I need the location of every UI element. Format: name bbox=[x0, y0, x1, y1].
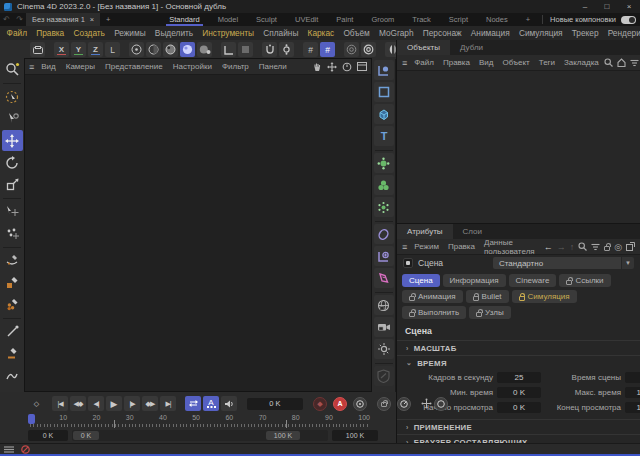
no-errors-icon[interactable] bbox=[21, 445, 30, 454]
record-lock-button[interactable] bbox=[377, 397, 391, 411]
maximize-button[interactable]: □ bbox=[596, 0, 618, 13]
loop-playback-icon[interactable] bbox=[185, 396, 201, 411]
viewport-menu-options[interactable]: Настройки bbox=[168, 62, 217, 71]
points-move-icon[interactable] bbox=[2, 223, 23, 244]
min-time-field[interactable]: 0 K bbox=[497, 387, 541, 398]
objects-menu-tags[interactable]: Теги bbox=[535, 58, 559, 67]
menu-mograph[interactable]: MoGraph bbox=[374, 28, 418, 38]
mode-tab-cineware[interactable]: Cineware bbox=[509, 274, 557, 287]
layout-tab-track[interactable]: Track bbox=[403, 13, 439, 26]
preview-start-field[interactable]: 0 K bbox=[497, 402, 541, 413]
menu-tracker[interactable]: Трекер bbox=[567, 28, 603, 38]
position-record-icon[interactable] bbox=[421, 398, 432, 409]
section-scale[interactable]: › МАСШТАБ bbox=[397, 340, 640, 355]
commander-search-icon[interactable] bbox=[2, 59, 23, 80]
preset-value[interactable]: Стандартно bbox=[493, 257, 621, 269]
sound-icon[interactable] bbox=[221, 396, 237, 411]
layout-tab-groom[interactable]: Groom bbox=[362, 13, 403, 26]
layout-tab-paint[interactable]: Paint bbox=[327, 13, 362, 26]
timeline-ruler[interactable]: 0 10 20 30 40 50 60 70 80 90 100 bbox=[28, 414, 372, 426]
workplane-icon[interactable] bbox=[221, 42, 236, 57]
objects-menu-view[interactable]: Вид bbox=[475, 58, 497, 67]
axis-y-button[interactable]: Y bbox=[71, 42, 86, 57]
render-view-icon[interactable] bbox=[30, 42, 45, 57]
redo-icon[interactable]: ↷ bbox=[13, 13, 26, 26]
max-time-field[interactable]: 100 K bbox=[625, 387, 640, 398]
next-key-button[interactable]: ◆▶ bbox=[142, 396, 158, 411]
objects-menu-object[interactable]: Объект bbox=[498, 58, 533, 67]
metaball-icon[interactable] bbox=[374, 175, 394, 195]
tab-objects[interactable]: Объекты bbox=[397, 40, 450, 55]
attributes-menu-edit[interactable]: Правка bbox=[444, 242, 479, 251]
loop-selection-icon[interactable] bbox=[146, 42, 161, 57]
record-target-icon[interactable] bbox=[361, 42, 376, 57]
bend-deformer-icon[interactable] bbox=[374, 268, 394, 288]
attributes-search-icon[interactable] bbox=[578, 242, 587, 251]
menu-edit[interactable]: Правка bbox=[32, 28, 69, 38]
mode-tab-execute[interactable]: Выполнить bbox=[402, 306, 466, 319]
section-time[interactable]: ⌄ ВРЕМЯ bbox=[397, 355, 640, 370]
scale-record-icon[interactable] bbox=[434, 397, 448, 411]
attributes-menu-mode[interactable]: Режим bbox=[410, 242, 443, 251]
go-to-end-button[interactable]: ▶| bbox=[160, 396, 176, 411]
menu-create[interactable]: Создать bbox=[69, 28, 110, 38]
current-frame-field[interactable]: 0 K bbox=[247, 398, 303, 410]
scale-tool-icon[interactable] bbox=[2, 174, 23, 195]
range-start-handle[interactable]: 0 K bbox=[73, 431, 99, 440]
undo-icon[interactable]: ↶ bbox=[0, 13, 13, 26]
scene-time-field[interactable]: 0 K bbox=[625, 372, 640, 383]
range-end-handle[interactable]: 100 K bbox=[266, 431, 300, 440]
play-mode-button[interactable]: A bbox=[203, 396, 219, 411]
camera-object-icon[interactable] bbox=[374, 317, 394, 337]
pen-underline-icon[interactable] bbox=[2, 343, 23, 364]
subdivision-surface-icon[interactable] bbox=[374, 153, 394, 173]
document-tab-close-icon[interactable]: × bbox=[90, 15, 94, 24]
quantize-icon[interactable] bbox=[262, 42, 277, 57]
status-hamburger-icon[interactable] bbox=[4, 446, 14, 453]
light-object-icon[interactable] bbox=[374, 339, 394, 359]
coordinate-system-icon[interactable]: L bbox=[105, 42, 120, 57]
menu-tools[interactable]: Инструменты bbox=[198, 28, 259, 38]
layout-tab-model[interactable]: Model bbox=[209, 13, 247, 26]
move-view-icon[interactable] bbox=[327, 62, 337, 72]
layout-tab-uvedit[interactable]: UVEdit bbox=[286, 13, 327, 26]
cloner-icon[interactable] bbox=[374, 197, 394, 217]
record-filter-button[interactable] bbox=[397, 397, 411, 411]
viewport-menu-cameras[interactable]: Камеры bbox=[61, 62, 100, 71]
range-max-field[interactable]: 100 K bbox=[332, 430, 378, 441]
close-button[interactable]: × bbox=[618, 0, 640, 13]
track-target-icon[interactable]: ◎ bbox=[614, 242, 622, 252]
menu-render[interactable]: Рендеринг bbox=[603, 28, 640, 38]
viewport-menu-display[interactable]: Представление bbox=[100, 62, 168, 71]
fill-brush-icon[interactable] bbox=[2, 272, 23, 293]
menu-simulate[interactable]: Симуляция bbox=[514, 28, 567, 38]
plane-lock-icon[interactable] bbox=[238, 42, 253, 57]
axis-x-button[interactable]: X bbox=[54, 42, 69, 57]
previous-frame-button[interactable]: ◀| bbox=[88, 396, 104, 411]
selection-move-icon[interactable] bbox=[2, 201, 23, 222]
menu-modes[interactable]: Режимы bbox=[110, 28, 151, 38]
plane-object-icon[interactable] bbox=[374, 82, 394, 102]
preset-dropdown[interactable]: Стандартно ▼ bbox=[493, 257, 634, 269]
spline-sketch-icon[interactable] bbox=[2, 365, 23, 386]
menu-file[interactable]: Файл bbox=[2, 28, 32, 38]
keyframe-selection-button[interactable] bbox=[353, 397, 367, 411]
record-keyframe-button[interactable]: ◆ bbox=[313, 397, 327, 411]
mode-tab-info[interactable]: Информация bbox=[443, 274, 506, 287]
layout-tab-nodes[interactable]: Nodes bbox=[477, 13, 517, 26]
material-shield-icon[interactable] bbox=[374, 366, 394, 386]
section-usage[interactable]: › ПРИМЕНЕНИЕ bbox=[397, 419, 640, 434]
circle-spline-icon[interactable] bbox=[374, 224, 394, 244]
mode-tab-simulation[interactable]: Симуляция bbox=[512, 290, 577, 303]
chevron-down-icon[interactable]: ▼ bbox=[621, 257, 634, 269]
viewport-menu-filter[interactable]: Фильтр bbox=[217, 62, 254, 71]
range-min-field[interactable]: 0 K bbox=[28, 430, 68, 441]
mode-tab-scene[interactable]: Сцена bbox=[402, 274, 440, 287]
pan-view-icon[interactable] bbox=[313, 62, 322, 72]
objects-menu-edit[interactable]: Правка bbox=[439, 58, 474, 67]
sphere-tool-icon[interactable] bbox=[197, 42, 212, 57]
sky-object-icon[interactable] bbox=[374, 295, 394, 315]
add-layout-button[interactable]: + bbox=[517, 13, 539, 26]
mode-tab-animation[interactable]: Анимация bbox=[402, 290, 463, 303]
menu-mesh[interactable]: Каркас bbox=[303, 28, 339, 38]
